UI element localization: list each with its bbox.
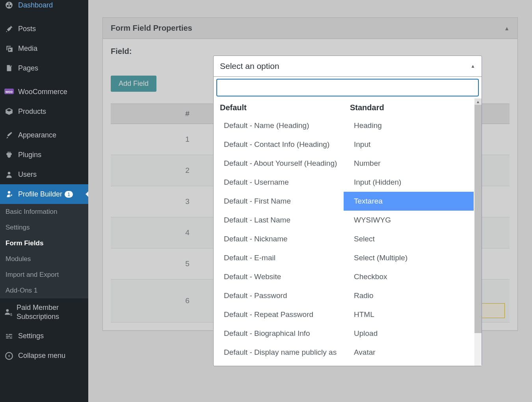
dropdown-option[interactable]: Upload: [344, 324, 474, 343]
dropdown-option[interactable]: Default - Repeat Password: [214, 305, 344, 324]
sidebar-item-media[interactable]: Media: [0, 39, 88, 58]
submenu-item-import-export[interactable]: Import and Export: [0, 267, 88, 283]
dropdown-option[interactable]: Checkbox: [344, 267, 474, 286]
dropdown-option[interactable]: Default - Password: [214, 286, 344, 305]
sliders-icon: [4, 331, 14, 341]
media-icon: [4, 43, 14, 54]
dropdown-column-default: Default Default - Name (Heading) Default…: [214, 98, 344, 366]
dropdown-option[interactable]: HTML: [344, 305, 474, 324]
dropdown-option[interactable]: Select: [344, 230, 474, 248]
svg-text:woo: woo: [5, 90, 13, 94]
dropdown-option[interactable]: Default - First Name: [214, 192, 344, 211]
dropdown-option[interactable]: Default - Last Name: [214, 211, 344, 230]
dropdown-option[interactable]: WYSIWYG: [344, 211, 474, 230]
sidebar-item-label: Media: [18, 44, 37, 53]
submenu-item-addons[interactable]: Add-Ons 1: [0, 283, 88, 298]
woocommerce-icon: woo: [4, 87, 14, 97]
submenu-item-form-fields[interactable]: Form Fields: [0, 235, 88, 251]
sidebar-item-paid-member[interactable]: $ Paid Member Subscriptions: [0, 298, 88, 326]
sidebar-item-profile-builder[interactable]: Profile Builder 1: [0, 184, 88, 204]
dropdown-option[interactable]: Radio: [344, 286, 474, 305]
caret-up-icon: ▲: [471, 63, 475, 69]
submenu-item-settings[interactable]: Settings: [0, 220, 88, 235]
dropdown-option[interactable]: Select (Multiple): [344, 248, 474, 267]
sidebar-item-appearance[interactable]: Appearance: [0, 125, 88, 145]
dropdown-column-standard: Standard Heading Input Number Input (Hid…: [344, 98, 474, 366]
sidebar-item-pages[interactable]: Pages: [0, 58, 88, 78]
submenu-item-label: Add-Ons: [6, 287, 32, 294]
notification-badge: 1: [65, 191, 73, 198]
sidebar-item-dashboard[interactable]: Dashboard: [0, 0, 88, 15]
admin-sidebar: Dashboard Posts Media Pages woo WooComme…: [0, 0, 88, 402]
sidebar-item-label: Collapse menu: [18, 352, 65, 360]
dropdown-options: Default Default - Name (Heading) Default…: [214, 98, 482, 366]
dropdown-option[interactable]: Input (Hidden): [344, 173, 474, 192]
sidebar-item-label: Plugins: [18, 151, 41, 159]
dropdown-option[interactable]: Input: [344, 135, 474, 154]
profile-builder-icon: [4, 189, 14, 199]
sidebar-item-label: Products: [18, 107, 46, 116]
sidebar-item-plugins[interactable]: Plugins: [0, 145, 88, 165]
products-icon: [4, 106, 14, 117]
sidebar-item-label: Users: [18, 170, 37, 179]
dashboard-icon: [4, 0, 14, 10]
scroll-up-icon[interactable]: ▲: [474, 98, 482, 105]
sidebar-item-label: Pages: [18, 64, 38, 72]
dropdown-option[interactable]: Default - Name (Heading): [214, 116, 344, 135]
pin-icon: [4, 24, 14, 34]
notification-badge: 1: [34, 287, 37, 294]
svg-point-2: [8, 172, 11, 174]
dropdown-option[interactable]: Default - Nickname: [214, 230, 344, 248]
svg-point-3: [8, 191, 11, 194]
collapse-icon: [4, 351, 14, 361]
scrollbar-thumb[interactable]: [474, 105, 482, 333]
dropdown-option[interactable]: Default - Website: [214, 267, 344, 286]
submenu-item-basic-info[interactable]: Basic Information: [0, 204, 88, 220]
plug-icon: [4, 150, 14, 160]
sidebar-item-collapse[interactable]: Collapse menu: [0, 346, 88, 366]
dropdown-option[interactable]: Textarea: [344, 192, 474, 211]
dropdown-option[interactable]: Heading: [344, 116, 474, 135]
svg-text:$: $: [10, 312, 12, 317]
brush-icon: [4, 130, 14, 140]
dropdown-option[interactable]: Avatar: [344, 343, 474, 362]
sidebar-item-label: WooCommerce: [18, 88, 67, 96]
sidebar-item-products[interactable]: Products: [0, 102, 88, 121]
sidebar-item-label: Settings: [18, 332, 44, 340]
field-type-dropdown: Select an option ▲ Default Default - Nam…: [213, 56, 482, 366]
dropdown-selected[interactable]: Select an option ▲: [214, 56, 482, 77]
dropdown-group-label: Standard: [344, 98, 474, 116]
dropdown-search-input[interactable]: [217, 79, 478, 96]
sidebar-item-woocommerce[interactable]: woo WooCommerce: [0, 82, 88, 102]
dropdown-option[interactable]: Number: [344, 154, 474, 173]
dropdown-option[interactable]: Default - Contact Info (Heading): [214, 135, 344, 154]
scrollbar[interactable]: ▲: [474, 98, 482, 366]
dropdown-placeholder: Select an option: [220, 61, 279, 71]
paid-member-icon: $: [4, 307, 13, 317]
dropdown-option[interactable]: Default - Username: [214, 173, 344, 192]
sidebar-item-label: Profile Builder: [18, 190, 62, 198]
submenu-item-modules[interactable]: Modules: [0, 251, 88, 267]
sidebar-item-users[interactable]: Users: [0, 165, 88, 184]
pages-icon: [4, 63, 14, 73]
dropdown-option[interactable]: Default - Biographical Info: [214, 324, 344, 343]
dropdown-option[interactable]: Default - E-mail: [214, 248, 344, 267]
sidebar-item-label: Dashboard: [18, 1, 53, 9]
sidebar-item-settings[interactable]: Settings: [0, 326, 88, 346]
dropdown-option[interactable]: Default - Display name publicly as: [214, 343, 344, 362]
sidebar-item-label: Paid Member Subscriptions: [17, 303, 84, 322]
sidebar-item-label: Appearance: [18, 131, 56, 139]
sidebar-item-label: Posts: [18, 25, 36, 33]
users-icon: [4, 169, 14, 180]
svg-point-4: [6, 309, 9, 312]
submenu-profile-builder: Basic Information Settings Form Fields M…: [0, 204, 88, 298]
sidebar-item-posts[interactable]: Posts: [0, 19, 88, 39]
dropdown-group-label: Default: [214, 98, 344, 116]
dropdown-option[interactable]: Default - About Yourself (Heading): [214, 154, 344, 173]
